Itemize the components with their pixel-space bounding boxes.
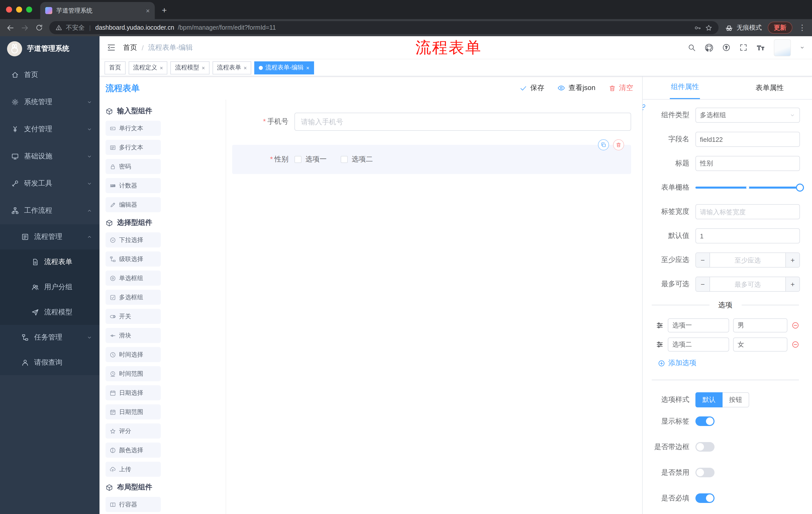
tag-process-model[interactable]: 流程模型 ×	[171, 61, 209, 74]
sidebar-item-user-group[interactable]: 用户分组	[0, 275, 99, 300]
back-icon[interactable]	[6, 23, 14, 32]
slider-handle[interactable]	[796, 184, 804, 192]
window-minimize-button[interactable]	[16, 6, 22, 12]
option-2-value-input[interactable]	[733, 337, 787, 352]
security-label[interactable]: 不安全	[66, 23, 85, 32]
help-icon[interactable]	[722, 43, 731, 52]
required-switch[interactable]	[695, 493, 715, 503]
field-name-input[interactable]	[695, 132, 800, 147]
clear-button[interactable]: 清空	[609, 83, 633, 92]
tag-close-icon[interactable]: ×	[160, 64, 163, 71]
style-button-button[interactable]: 按钮	[723, 392, 749, 407]
label-width-input[interactable]	[695, 204, 800, 219]
min-select-input[interactable]	[710, 253, 785, 267]
hamburger-icon[interactable]	[107, 43, 116, 52]
tag-close-icon[interactable]: ×	[202, 64, 205, 71]
gender-option-1[interactable]: 选项一	[294, 155, 327, 164]
sidebar-item-workflow[interactable]: 工作流程	[0, 197, 99, 224]
remove-option-button[interactable]	[791, 321, 800, 329]
font-size-icon[interactable]	[756, 43, 765, 52]
component-type-select[interactable]: 多选框组	[695, 108, 800, 123]
style-default-button[interactable]: 默认	[695, 392, 723, 407]
show-label-switch[interactable]	[695, 416, 715, 426]
chip-color-picker[interactable]: 颜色选择	[106, 442, 161, 458]
chip-slider[interactable]: 滑块	[106, 328, 161, 343]
title-input[interactable]	[695, 156, 800, 171]
new-tab-button[interactable]: +	[162, 5, 167, 16]
chip-upload[interactable]: 上传	[106, 462, 161, 477]
form-canvas[interactable]: *手机号	[226, 100, 642, 514]
breadcrumb-home[interactable]: 首页	[123, 43, 137, 52]
option-1-name-input[interactable]	[668, 318, 729, 332]
browser-menu-icon[interactable]: ⋮	[799, 23, 806, 32]
stepper-minus-button[interactable]: −	[696, 253, 710, 267]
stepper-plus-button[interactable]: +	[785, 277, 800, 291]
chip-date-picker[interactable]: 日期选择	[106, 385, 161, 400]
chip-select[interactable]: 下拉选择	[106, 232, 161, 247]
user-avatar[interactable]	[774, 39, 791, 56]
password-key-icon[interactable]	[694, 24, 701, 31]
border-switch[interactable]	[695, 442, 715, 452]
sidebar-item-process-form[interactable]: 流程表单	[0, 249, 99, 275]
chip-rate[interactable]: 评分	[106, 424, 161, 438]
checkbox-icon[interactable]	[294, 156, 301, 163]
option-2-name-input[interactable]	[668, 337, 729, 352]
window-close-button[interactable]	[6, 6, 12, 12]
chip-row-container[interactable]: 行容器	[106, 497, 161, 512]
view-json-button[interactable]: 查看json	[557, 83, 596, 92]
window-zoom-button[interactable]	[26, 6, 32, 12]
remove-option-button[interactable]	[791, 341, 800, 349]
disabled-switch[interactable]	[695, 468, 715, 477]
chip-time-range[interactable]: 时间范围	[106, 366, 161, 381]
stepper-minus-button[interactable]: −	[696, 277, 710, 291]
add-option-link[interactable]: 添加选项	[658, 359, 805, 368]
github-icon[interactable]	[704, 43, 714, 52]
bookmark-star-icon[interactable]	[705, 24, 713, 31]
checkbox-icon[interactable]	[341, 156, 348, 163]
sidebar-item-devtools[interactable]: 研发工具	[0, 170, 99, 197]
chip-single-line-text[interactable]: 单行文本	[106, 121, 161, 136]
duplicate-component-button[interactable]	[598, 139, 609, 151]
forward-icon[interactable]	[21, 23, 29, 32]
tag-close-icon[interactable]: ×	[306, 64, 310, 71]
sidebar-item-infra[interactable]: 基础设施	[0, 143, 99, 170]
delete-component-button[interactable]	[613, 139, 624, 151]
gender-option-2[interactable]: 选项二	[341, 155, 373, 164]
option-1-value-input[interactable]	[733, 318, 787, 332]
drag-handle-icon[interactable]	[656, 341, 664, 349]
chip-time-picker[interactable]: 时间选择	[106, 347, 161, 362]
chip-password[interactable]: 密码	[106, 159, 161, 174]
tag-process-form-edit[interactable]: 流程表单-编辑 ×	[255, 61, 314, 74]
user-caret-icon[interactable]	[800, 45, 805, 50]
tab-form-props[interactable]: 表单属性	[727, 77, 812, 99]
chip-date-range[interactable]: 日期范围	[106, 404, 161, 420]
tag-process-definition[interactable]: 流程定义 ×	[128, 61, 168, 74]
save-button[interactable]: 保存	[520, 83, 545, 92]
link-affix-icon[interactable]	[642, 103, 648, 113]
chip-counter[interactable]: 计数器	[106, 178, 161, 193]
chip-textarea[interactable]: 多行文本	[106, 140, 161, 155]
sidebar-item-leave-query[interactable]: 请假查询	[0, 350, 99, 375]
reload-icon[interactable]	[35, 24, 43, 32]
tag-home[interactable]: 首页	[105, 61, 126, 74]
chip-editor[interactable]: 编辑器	[106, 197, 161, 212]
sidebar-item-task-mgmt[interactable]: 任务管理	[0, 325, 99, 350]
sidebar-item-payment[interactable]: 支付管理	[0, 116, 99, 143]
form-grid-slider[interactable]	[695, 187, 800, 189]
chip-checkbox-group[interactable]: 多选框组	[106, 290, 161, 305]
chip-radio-group[interactable]: 单选框组	[106, 271, 161, 286]
sidebar-item-home[interactable]: 首页	[0, 61, 99, 88]
drag-handle-icon[interactable]	[656, 321, 664, 329]
tag-close-icon[interactable]: ×	[244, 64, 247, 71]
sidebar-item-process-mgmt[interactable]: 流程管理	[0, 224, 99, 249]
tab-component-props[interactable]: 组件属性	[643, 77, 727, 99]
chip-switch[interactable]: 开关	[106, 309, 161, 324]
sidebar-item-system[interactable]: 系统管理	[0, 88, 99, 116]
default-value-input[interactable]	[695, 228, 800, 243]
max-select-input[interactable]	[710, 277, 785, 291]
fullscreen-icon[interactable]	[739, 43, 748, 52]
address-bar[interactable]: 不安全 | dashboard.yudao.iocoder.cn /bpm/ma…	[49, 21, 719, 34]
phone-input[interactable]	[294, 113, 631, 131]
chip-cascader[interactable]: 级联选择	[106, 251, 161, 267]
sidebar-item-process-model[interactable]: 流程模型	[0, 300, 99, 325]
